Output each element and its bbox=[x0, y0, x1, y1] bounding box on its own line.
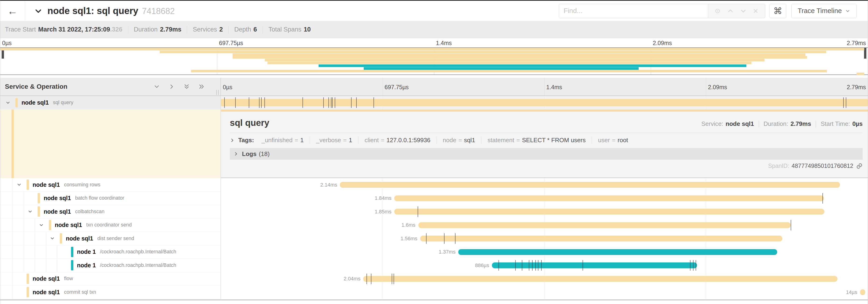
span-timeline-cell[interactable]: 1.85ms bbox=[221, 205, 868, 218]
span-bar[interactable] bbox=[420, 236, 782, 241]
detail-divider bbox=[230, 133, 863, 133]
expand-all-icon[interactable] bbox=[198, 83, 205, 90]
span-bar[interactable] bbox=[221, 99, 868, 106]
span-name-cell[interactable]: node sql1commit sql txn bbox=[0, 285, 221, 299]
span-timeline-cell[interactable]: 14µs bbox=[221, 285, 868, 299]
span-bar[interactable] bbox=[418, 222, 791, 228]
tags-expand-chevron-icon[interactable] bbox=[230, 138, 235, 143]
span-row[interactable]: node sql1consuming rows2.14ms bbox=[0, 178, 868, 192]
link-icon[interactable] bbox=[856, 163, 863, 169]
summary-value: 2 bbox=[219, 26, 223, 33]
find-clear-icon[interactable] bbox=[753, 8, 759, 14]
span-name-cell[interactable]: node 1/cockroach.roachpb.Internal/Batch bbox=[0, 245, 221, 259]
minimap-right-scrubber[interactable] bbox=[864, 48, 866, 59]
tree-chevron-down-icon[interactable] bbox=[38, 223, 45, 228]
span-id-label: SpanID: bbox=[768, 163, 789, 169]
log-tick-mark bbox=[426, 233, 427, 244]
span-bar[interactable] bbox=[492, 263, 697, 268]
span-row[interactable]: node sql1sql query bbox=[0, 96, 868, 109]
log-tick-mark bbox=[515, 260, 516, 271]
view-selector-button[interactable]: Trace Timeline bbox=[792, 4, 857, 18]
collapse-one-icon[interactable] bbox=[153, 83, 160, 90]
tag-value: 1 bbox=[300, 137, 304, 144]
tree-indent-guide bbox=[12, 285, 13, 299]
log-tick-mark bbox=[846, 97, 846, 108]
span-timeline-cell[interactable]: 1.6ms bbox=[221, 218, 868, 232]
selected-span-color-stripe bbox=[11, 109, 14, 178]
span-row[interactable]: node 1/cockroach.roachpb.Internal/Batch1… bbox=[0, 245, 868, 259]
summary-label: Services bbox=[193, 26, 217, 33]
operation-name: batch flow coordinator bbox=[75, 195, 124, 201]
back-button[interactable]: ← bbox=[0, 1, 25, 21]
tags-section[interactable]: Tags: _unfinished=1_verbose=1client=127.… bbox=[230, 137, 863, 144]
span-bar[interactable] bbox=[394, 195, 824, 201]
span-bar[interactable] bbox=[363, 276, 837, 282]
collapse-all-icon[interactable] bbox=[183, 83, 190, 90]
keyboard-shortcuts-button[interactable]: ⌘ bbox=[769, 4, 786, 18]
summary-value: 2.79ms bbox=[160, 26, 182, 33]
span-row[interactable]: node sql1dist sender send1.56ms bbox=[0, 232, 868, 245]
find-prev-icon[interactable] bbox=[727, 8, 734, 14]
minimap-span-bar bbox=[0, 48, 864, 50]
span-row[interactable]: node sql1batch flow coordinator1.84ms bbox=[0, 192, 868, 205]
axis-tick-label: 2.79ms bbox=[847, 40, 866, 46]
tags-label: Tags: bbox=[238, 137, 254, 144]
span-row[interactable]: node sql1flow2.04ms bbox=[0, 272, 868, 286]
trace-collapse-chevron-icon[interactable] bbox=[34, 7, 42, 15]
log-tick-mark bbox=[532, 260, 533, 271]
logs-expand-chevron-icon[interactable] bbox=[234, 151, 238, 156]
span-row[interactable]: node sql1txn coordinator send1.6ms bbox=[0, 218, 868, 232]
log-tick-mark bbox=[323, 97, 324, 108]
span-detail-panel: sql query Service:node sql1Duration:2.79… bbox=[221, 109, 868, 178]
column-resizer-handle[interactable] bbox=[216, 90, 219, 95]
operation-name: /cockroach.roachpb.Internal/Batch bbox=[100, 263, 176, 268]
tree-chevron-down-icon[interactable] bbox=[49, 236, 56, 241]
span-name-cell[interactable]: node sql1txn coordinator send bbox=[0, 218, 221, 232]
tree-chevron-down-icon[interactable] bbox=[27, 209, 34, 214]
trace-id: 7418682 bbox=[142, 6, 175, 16]
span-detail-row: sql query Service:node sql1Duration:2.79… bbox=[0, 109, 868, 178]
log-tick-mark bbox=[224, 97, 225, 108]
span-bar[interactable] bbox=[458, 249, 777, 255]
span-timeline-cell[interactable]: 1.56ms bbox=[221, 232, 868, 245]
span-row[interactable]: node sql1colbatchscan1.85ms bbox=[0, 205, 868, 218]
selected-span-color-strip bbox=[221, 109, 868, 112]
find-next-icon[interactable] bbox=[740, 8, 747, 14]
span-detail-meta: Service:node sql1Duration:2.79msStart Ti… bbox=[701, 120, 863, 128]
log-tick-mark bbox=[259, 97, 259, 108]
expand-one-icon[interactable] bbox=[168, 83, 175, 90]
span-detail-left-gutter bbox=[0, 109, 221, 178]
find-input[interactable] bbox=[559, 4, 708, 18]
span-bar[interactable] bbox=[394, 209, 824, 214]
span-row[interactable]: node sql1commit sql txn14µs bbox=[0, 285, 868, 299]
span-timeline-cell[interactable]: 886µs bbox=[221, 259, 868, 272]
span-name-cell[interactable]: node 1/cockroach.roachpb.Internal/Batch bbox=[0, 259, 221, 272]
span-name-cell[interactable]: node sql1flow bbox=[0, 272, 221, 286]
span-name-cell[interactable]: node sql1dist sender send bbox=[0, 232, 221, 245]
span-name-cell[interactable]: node sql1consuming rows bbox=[0, 178, 221, 192]
minimap-canvas[interactable] bbox=[0, 47, 868, 75]
locate-icon[interactable] bbox=[714, 8, 721, 14]
axis-tick-label: 0µs bbox=[223, 84, 232, 91]
span-bar[interactable] bbox=[860, 289, 865, 295]
span-name-cell[interactable]: node sql1batch flow coordinator bbox=[0, 192, 221, 205]
tag-key: statement bbox=[488, 137, 514, 144]
summary-item: Services2 bbox=[193, 26, 223, 33]
span-id-row: SpanID: 4877749850101760812 bbox=[230, 163, 863, 169]
span-timeline-cell[interactable]: 2.14ms bbox=[221, 178, 868, 192]
span-bar[interactable] bbox=[340, 182, 840, 188]
span-row[interactable]: node 1/cockroach.roachpb.Internal/Batch8… bbox=[0, 259, 868, 272]
tree-chevron-down-icon[interactable] bbox=[16, 182, 23, 187]
minimap-span-bar bbox=[160, 50, 826, 53]
span-timeline-cell[interactable]: 2.04ms bbox=[221, 272, 868, 286]
span-timeline-cell[interactable]: 1.37ms bbox=[221, 245, 868, 259]
service-name: node sql1 bbox=[22, 99, 49, 106]
minimap-span-bar bbox=[319, 64, 746, 67]
tree-chevron-down-icon[interactable] bbox=[4, 100, 11, 105]
log-tick-mark bbox=[535, 260, 536, 271]
logs-section[interactable]: Logs (18) bbox=[230, 148, 863, 160]
span-timeline-cell[interactable]: 1.84ms bbox=[221, 192, 868, 205]
span-name-cell[interactable]: node sql1sql query bbox=[0, 96, 221, 109]
span-name-cell[interactable]: node sql1colbatchscan bbox=[0, 205, 221, 218]
span-timeline-cell[interactable] bbox=[221, 96, 868, 109]
